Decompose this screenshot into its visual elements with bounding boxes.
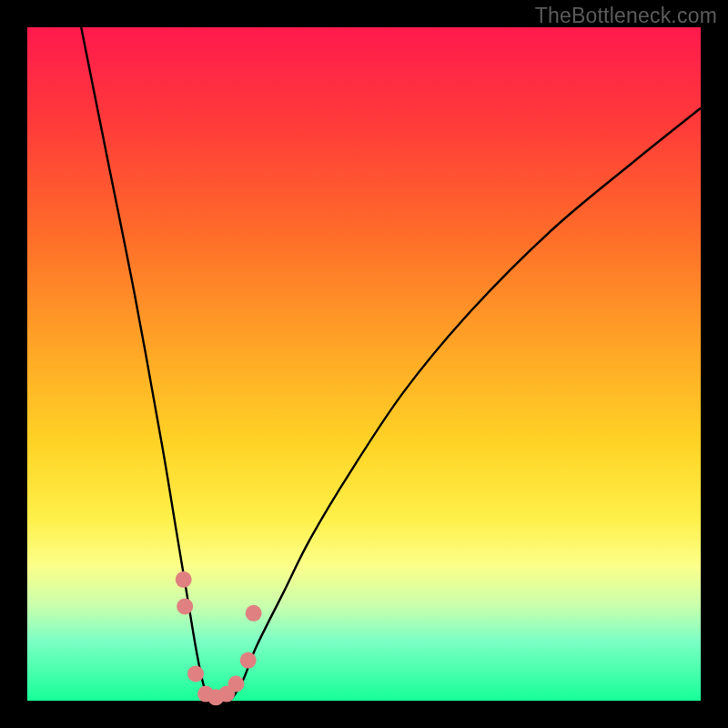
curve-marker (187, 665, 204, 682)
curve-marker (176, 571, 192, 588)
curve-marker (228, 676, 244, 693)
curve-marker (246, 605, 262, 622)
chart-frame: TheBottleneck.com (0, 0, 728, 728)
curve-marker (177, 598, 193, 614)
curve-marker (240, 652, 257, 669)
chart-svg (27, 27, 701, 701)
plot-area (27, 27, 701, 701)
watermark-text: TheBottleneck.com (535, 4, 717, 28)
marker-group (176, 571, 262, 706)
bottleneck-curve (81, 27, 701, 703)
